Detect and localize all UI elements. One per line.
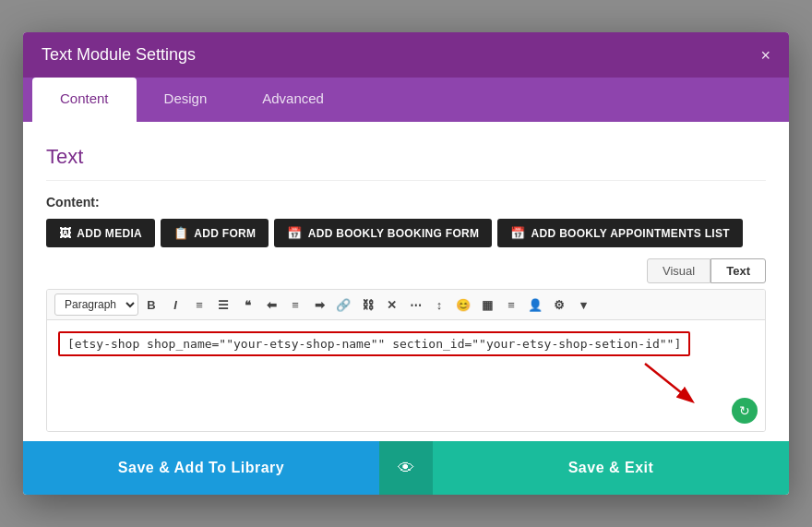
editor-toolbar: Paragraph Heading 1 Heading 2 B I ≡ ☰ ❝ … (47, 290, 765, 320)
link-button[interactable]: 🔗 (332, 293, 354, 316)
insert-toggle-button[interactable]: ↕ (428, 293, 450, 316)
add-bookly-booking-button[interactable]: 📅 ADD BOOKLY BOOKING FORM (274, 219, 492, 247)
add-form-icon: 📋 (173, 226, 188, 240)
remove-format-button[interactable]: ✕ (380, 293, 402, 316)
list-indent-button[interactable]: ≡ (500, 293, 522, 316)
add-form-button[interactable]: 📋 ADD FORM (161, 219, 269, 247)
align-left-button[interactable]: ⬅ (260, 293, 282, 316)
add-bookly-appointments-label: ADD BOOKLY APPOINTMENTS LIST (531, 227, 730, 240)
ordered-list-button[interactable]: ☰ (212, 293, 234, 316)
modal-dialog: Text Module Settings × Content Design Ad… (23, 32, 789, 495)
arrow-svg (636, 354, 710, 410)
eye-button[interactable]: 👁 (379, 441, 433, 495)
shortcode-text: [etsy-shop shop_name=""your-etsy-shop-na… (58, 331, 690, 356)
add-bookly-booking-label: ADD BOOKLY BOOKING FORM (308, 227, 480, 240)
tab-content[interactable]: Content (32, 78, 137, 122)
add-bookly-appointments-button[interactable]: 📅 ADD BOOKLY APPOINTMENTS LIST (497, 219, 743, 247)
blockquote-button[interactable]: ❝ (236, 293, 258, 316)
add-media-icon: 🖼 (59, 226, 71, 240)
modal-header: Text Module Settings × (23, 32, 789, 78)
settings-button[interactable]: ⚙ (548, 293, 570, 316)
save-exit-button[interactable]: Save & Exit (433, 441, 789, 495)
modal-title: Text Module Settings (42, 45, 196, 65)
visual-toggle-button[interactable]: Visual (647, 258, 710, 283)
modal-overlay: Text Module Settings × Content Design Ad… (0, 0, 812, 527)
modal-tabs: Content Design Advanced (23, 78, 789, 122)
tab-design[interactable]: Design (137, 78, 235, 122)
add-bookly-booking-icon: 📅 (287, 226, 302, 240)
arrow-indicator (636, 354, 710, 413)
save-add-library-button[interactable]: Save & Add To Library (23, 441, 379, 495)
tab-advanced[interactable]: Advanced (234, 78, 352, 122)
text-toggle-button[interactable]: Text (710, 258, 766, 283)
visual-text-toggle: Visual Text (46, 258, 766, 283)
refresh-button[interactable]: ↻ (732, 398, 758, 424)
section-title: Text (46, 145, 766, 181)
paragraph-select[interactable]: Paragraph Heading 1 Heading 2 (54, 293, 138, 316)
content-label: Content: (46, 195, 766, 210)
add-media-button[interactable]: 🖼 ADD MEDIA (46, 219, 155, 247)
align-center-button[interactable]: ≡ (284, 293, 306, 316)
unordered-list-button[interactable]: ≡ (188, 293, 210, 316)
table-button[interactable]: ▦ (476, 293, 498, 316)
insert-more-button[interactable]: ⋯ (404, 293, 426, 316)
add-bookly-appointments-icon: 📅 (510, 226, 525, 240)
italic-button[interactable]: I (164, 293, 186, 316)
align-right-button[interactable]: ➡ (308, 293, 330, 316)
bold-button[interactable]: B (140, 293, 162, 316)
add-media-label: ADD MEDIA (77, 227, 142, 240)
modal-footer: Save & Add To Library 👁 Save & Exit (23, 441, 789, 495)
eye-icon: 👁 (398, 459, 414, 478)
editor-container: Paragraph Heading 1 Heading 2 B I ≡ ☰ ❝ … (46, 289, 766, 432)
content-toolbar: 🖼 ADD MEDIA 📋 ADD FORM 📅 ADD BOOKLY BOOK… (46, 219, 766, 247)
svg-line-0 (645, 364, 691, 401)
unlink-button[interactable]: ⛓ (356, 293, 378, 316)
modal-body: Text Content: 🖼 ADD MEDIA 📋 ADD FORM 📅 A… (23, 122, 789, 441)
add-form-label: ADD FORM (194, 227, 256, 240)
user-button[interactable]: 👤 (524, 293, 546, 316)
dropdown-button[interactable]: ▾ (572, 293, 594, 316)
modal-close-button[interactable]: × (760, 47, 770, 64)
emoji-button[interactable]: 😊 (452, 293, 474, 316)
editor-content[interactable]: [etsy-shop shop_name=""your-etsy-shop-na… (47, 320, 765, 431)
